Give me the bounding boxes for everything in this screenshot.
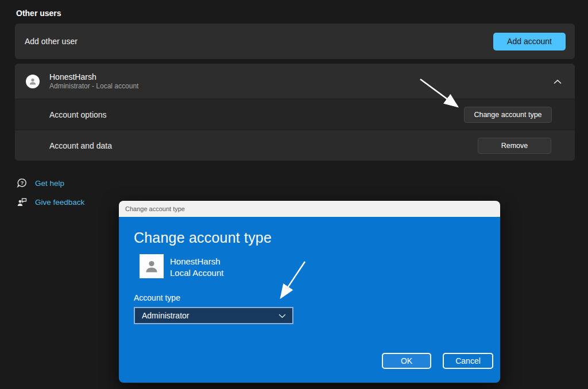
person-icon (28, 77, 37, 86)
cancel-button[interactable]: Cancel (443, 353, 493, 369)
change-account-type-dialog: Change account type Change account type … (119, 201, 500, 383)
dialog-body: Change account type HonestHarsh Local Ac… (119, 217, 500, 383)
svg-text:?: ? (20, 180, 24, 186)
footer-links: ? Get help Give feedback (16, 176, 84, 214)
dropdown-selected-value: Administrator (142, 311, 278, 320)
add-other-user-row: Add other user Add account (15, 24, 575, 59)
add-account-button[interactable]: Add account (493, 33, 566, 50)
dialog-user-type: Local Account (170, 267, 223, 279)
help-chat-icon: ? (16, 178, 28, 189)
user-avatar (26, 75, 40, 88)
chevron-up-icon[interactable] (554, 76, 562, 87)
give-feedback-link[interactable]: Give feedback (16, 195, 84, 209)
user-name: HonestHarsh (49, 72, 554, 82)
get-help-link[interactable]: ? Get help (16, 176, 84, 190)
dialog-titlebar[interactable]: Change account type (119, 201, 500, 217)
dialog-heading: Change account type (134, 229, 272, 246)
account-type-label: Account type (134, 293, 180, 302)
user-header-row[interactable]: HonestHarsh Administrator - Local accoun… (15, 64, 575, 99)
page-title: Other users (16, 9, 61, 18)
person-icon (143, 258, 160, 275)
account-options-row: Account options Change account type (15, 99, 575, 130)
account-and-data-label: Account and data (49, 141, 478, 150)
chevron-down-icon (278, 310, 286, 321)
add-other-user-label: Add other user (25, 37, 493, 46)
account-options-label: Account options (49, 110, 464, 119)
give-feedback-label: Give feedback (35, 198, 84, 207)
get-help-label: Get help (35, 179, 64, 188)
account-type-dropdown[interactable]: Administrator (134, 307, 293, 324)
account-and-data-row: Account and data Remove (15, 130, 575, 161)
dialog-user-avatar (140, 254, 164, 278)
ok-button[interactable]: OK (382, 353, 431, 369)
remove-account-button[interactable]: Remove (478, 138, 551, 154)
change-account-type-button[interactable]: Change account type (464, 107, 552, 123)
user-account-card: HonestHarsh Administrator - Local accoun… (15, 64, 575, 161)
feedback-icon (16, 197, 28, 208)
dialog-user-name: HonestHarsh (170, 256, 223, 267)
user-subtitle: Administrator - Local account (49, 82, 554, 91)
dialog-window-title: Change account type (125, 205, 185, 212)
